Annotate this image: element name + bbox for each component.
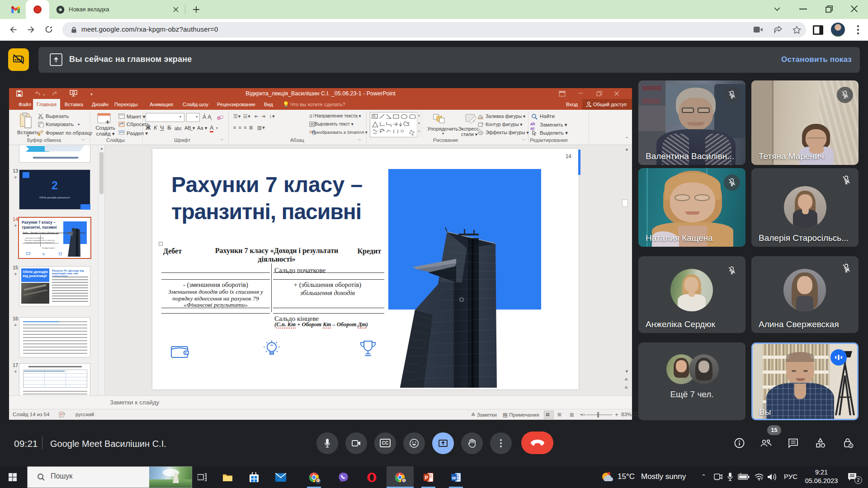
svg-text:W: W (452, 475, 456, 480)
svg-text:P: P (425, 475, 428, 480)
